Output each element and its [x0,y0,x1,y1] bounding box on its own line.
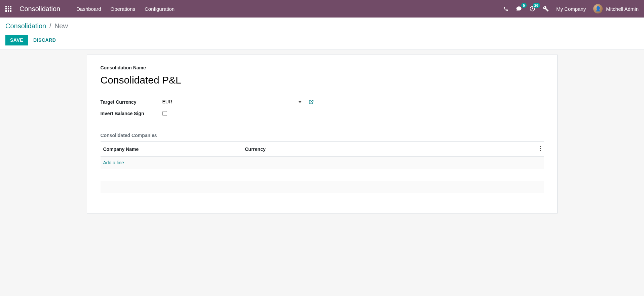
activities-badge: 26 [533,3,540,8]
conversations-badge: 5 [521,3,527,8]
phone-icon[interactable] [503,6,508,11]
user-menu[interactable]: 👤 Mitchell Admin [593,4,639,13]
company-switcher[interactable]: My Company [556,6,586,12]
nav-dashboard[interactable]: Dashboard [76,6,101,12]
breadcrumb-separator: / [49,22,51,30]
tab-consolidated-companies[interactable]: Consolidated Companies [101,133,157,141]
nav-configuration[interactable]: Configuration [145,6,175,12]
svg-point-1 [540,146,541,147]
svg-point-2 [540,148,541,149]
user-name: Mitchell Admin [606,6,639,12]
control-panel: Consolidation / New SAVE DISCARD [0,18,644,50]
avatar: 👤 [593,4,603,13]
col-currency: Currency [242,142,530,157]
main-navbar: Consolidation Dashboard Operations Confi… [0,0,644,18]
table-header-row: Company Name Currency [101,142,544,157]
table-row-spacer [101,169,544,181]
conversations-icon[interactable]: 5 [516,6,522,12]
form-sheet: Consolidation Name Target Currency Inver… [87,55,558,213]
app-brand[interactable]: Consolidation [20,5,60,13]
apps-icon[interactable] [5,6,11,12]
notebook-tabs: Consolidated Companies [101,132,544,142]
breadcrumb-root[interactable]: Consolidation [5,22,46,30]
add-line-link[interactable]: Add a line [103,160,124,165]
navbar-left: Consolidation Dashboard Operations Confi… [5,5,175,13]
name-label: Consolidation Name [101,65,544,70]
navbar-right: 5 26 My Company 👤 Mitchell Admin [503,4,639,13]
col-options[interactable] [530,142,544,157]
companies-table: Company Name Currency Add a line [101,142,544,193]
nav-operations[interactable]: Operations [111,6,135,12]
invert-group: Invert Balance Sign [101,111,544,116]
breadcrumb-current: New [54,22,68,30]
currency-label: Target Currency [101,99,162,105]
sheet-wrap: Consolidation Name Target Currency Inver… [0,50,644,218]
consolidation-name-input[interactable] [101,73,245,88]
currency-select-wrap [162,98,304,106]
invert-checkbox[interactable] [162,111,167,116]
currency-select[interactable] [162,98,304,106]
cp-buttons: SAVE DISCARD [5,35,639,45]
col-company-name: Company Name [101,142,242,157]
invert-label: Invert Balance Sign [101,111,162,116]
activities-icon[interactable]: 26 [529,6,535,12]
kebab-icon [540,146,541,151]
svg-point-3 [540,150,541,151]
currency-group: Target Currency [101,98,544,106]
save-button[interactable]: SAVE [5,35,28,45]
table-row-add: Add a line [101,157,544,169]
table-footer [101,181,544,193]
discard-button[interactable]: DISCARD [33,37,56,43]
external-link-icon[interactable] [308,99,314,105]
nav-menu: Dashboard Operations Configuration [76,6,175,12]
debug-icon[interactable] [543,6,549,12]
breadcrumb: Consolidation / New [5,22,639,30]
